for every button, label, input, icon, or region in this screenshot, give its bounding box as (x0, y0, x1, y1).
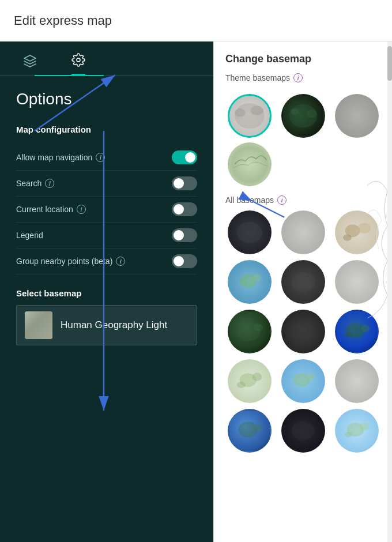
basemap-section: Select basemap Human Geography Light (16, 288, 197, 345)
basemap-circle-charcoal1 (281, 260, 325, 304)
selected-basemap-item[interactable]: Human Geography Light (16, 305, 197, 345)
svg-point-12 (343, 235, 352, 241)
svg-point-23 (252, 372, 262, 381)
svg-point-26 (306, 373, 315, 381)
toggle-group-nearby[interactable] (172, 254, 197, 268)
left-panel: Options Map configuration Allow map navi… (0, 42, 213, 542)
info-icon-navigation[interactable]: i (96, 153, 105, 162)
all-basemaps-row2 (225, 260, 380, 304)
svg-point-5 (250, 106, 263, 116)
page-title: Edit express map (14, 13, 112, 28)
main-layout: Options Map configuration Allow map navi… (0, 42, 392, 542)
basemap-circle-dark2 (281, 310, 325, 353)
basemap-item-ocean2[interactable] (279, 359, 327, 403)
basemap-item-dark1[interactable] (225, 210, 273, 254)
config-label-legend: Legend (16, 231, 43, 240)
basemap-circle-hg-light (228, 94, 272, 138)
toggle-search[interactable] (172, 176, 197, 190)
basemap-circle-grey4 (335, 359, 379, 403)
svg-point-7 (290, 108, 299, 115)
info-icon-current-location[interactable]: i (77, 205, 86, 214)
all-basemaps-row5 (225, 409, 380, 453)
toggle-thumb-current-location (174, 204, 184, 214)
options-title: Options (16, 90, 197, 108)
svg-point-17 (253, 323, 263, 331)
toggle-legend[interactable] (172, 228, 197, 242)
basemap-scroll[interactable]: All basemaps i (214, 94, 392, 542)
basemap-circle-dark3 (281, 409, 325, 453)
toggle-thumb-search (174, 178, 184, 189)
all-basemaps-row4 (225, 359, 380, 403)
toggle-navigation[interactable] (172, 150, 197, 164)
toggle-thumb-legend (174, 230, 184, 240)
svg-point-21 (344, 332, 352, 337)
basemap-item-grey[interactable] (333, 94, 380, 138)
basemap-item-topo[interactable] (225, 142, 273, 186)
config-row-navigation: Allow map navigation i (16, 145, 197, 171)
basemap-circle-grey (335, 94, 379, 138)
basemap-item-charcoal1[interactable] (279, 260, 327, 304)
config-label-group-nearby: Group nearby points (beta) i (16, 257, 125, 266)
basemap-circle-world1 (228, 359, 272, 403)
tab-layers[interactable] (23, 54, 37, 75)
right-panel: Change basemap Theme basemaps i (213, 42, 392, 542)
theme-basemaps-grid (225, 94, 380, 138)
basemap-item-hg-light[interactable] (225, 94, 273, 138)
basemap-item-world1[interactable] (225, 359, 273, 403)
svg-point-4 (235, 108, 245, 117)
info-icon-group-nearby[interactable]: i (116, 257, 125, 266)
config-row-current-location: Current location i (16, 197, 197, 223)
info-icon-theme[interactable]: i (293, 73, 303, 82)
map-peek (367, 157, 387, 332)
basemap-item-blue1[interactable] (225, 409, 273, 453)
svg-point-28 (254, 424, 262, 431)
basemap-panel-header: Change basemap Theme basemaps i (214, 42, 392, 94)
toggle-thumb-navigation (185, 152, 195, 163)
basemap-name: Human Geography Light (61, 319, 167, 331)
basemap-item-grey4[interactable] (333, 359, 380, 403)
svg-point-14 (252, 274, 261, 281)
config-row-group-nearby: Group nearby points (beta) i (16, 249, 197, 274)
toggle-current-location[interactable] (172, 202, 197, 216)
config-row-legend: Legend (16, 223, 197, 249)
theme-basemaps-row2 (225, 142, 380, 186)
page-header: Edit express map (0, 0, 392, 42)
tab-settings[interactable] (71, 53, 85, 75)
config-label-current-location: Current location i (16, 205, 86, 214)
scrollbar-thumb[interactable] (387, 46, 392, 81)
svg-point-32 (344, 432, 352, 437)
config-row-search: Search i (16, 171, 197, 197)
basemap-circle-dark1 (228, 210, 272, 254)
basemap-item-grey2[interactable] (279, 210, 327, 254)
svg-point-9 (236, 222, 262, 243)
scrollbar-track (387, 42, 392, 542)
info-icon-all[interactable]: i (277, 195, 287, 205)
basemap-circle-satellite (281, 94, 325, 138)
all-basemaps-row1 (225, 210, 380, 254)
basemap-circle-blue1 (228, 409, 272, 453)
basemap-item-satellite[interactable] (279, 94, 327, 138)
tab-bar (0, 42, 213, 76)
options-content: Options Map configuration Allow map navi… (0, 76, 213, 359)
config-label-navigation: Allow map navigation i (16, 153, 105, 162)
info-icon-search[interactable]: i (45, 179, 54, 188)
basemap-thumb-inner (25, 311, 52, 339)
basemap-item-ocean1[interactable] (225, 260, 273, 304)
svg-point-0 (77, 58, 80, 62)
all-basemaps-row3 (225, 310, 380, 353)
svg-point-31 (359, 423, 369, 430)
config-label-search: Search i (16, 179, 54, 188)
svg-point-18 (291, 322, 315, 341)
basemap-circle-ocean1 (228, 260, 272, 304)
basemap-thumbnail (25, 311, 52, 339)
svg-point-15 (291, 272, 315, 291)
map-config-title: Map configuration (16, 125, 197, 134)
basemap-item-dark2[interactable] (279, 310, 327, 353)
basemap-item-dark3[interactable] (279, 409, 327, 453)
basemap-circle-ocean2 (281, 359, 325, 403)
basemap-circle-sat2 (228, 310, 272, 353)
basemap-item-lightblue1[interactable] (333, 409, 380, 453)
svg-point-8 (306, 110, 316, 118)
basemap-panel-title: Change basemap (225, 53, 380, 65)
basemap-item-sat2[interactable] (225, 310, 273, 353)
